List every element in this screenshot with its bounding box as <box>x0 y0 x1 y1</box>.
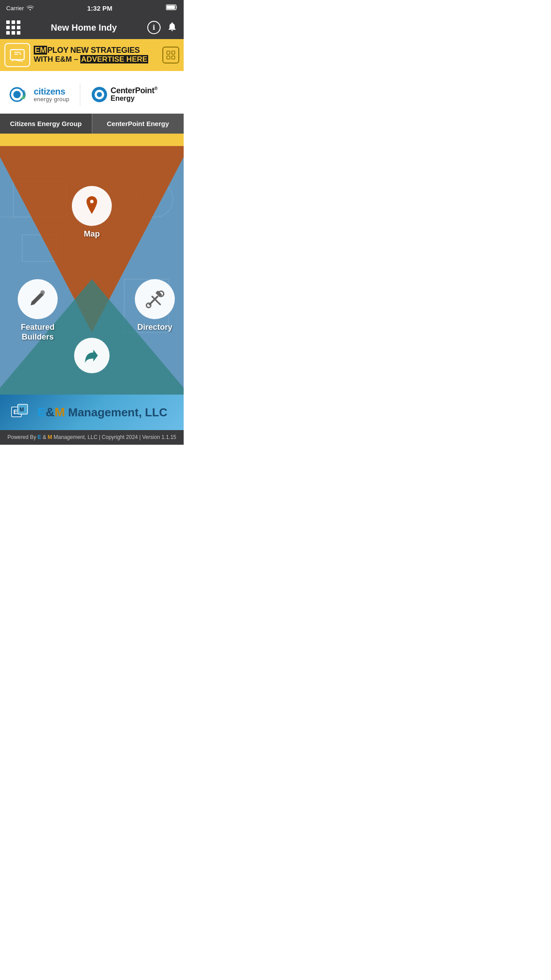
powered-by-label: Powered By <box>8 434 36 440</box>
em-management-text: E&M Management, LLC <box>37 405 167 419</box>
status-bar: Carrier 1:32 PM <box>0 0 184 16</box>
builders-icon-circle <box>18 279 58 319</box>
status-right <box>166 4 177 12</box>
refer-icon-circle <box>74 338 110 373</box>
grid-menu-icon[interactable] <box>6 20 20 35</box>
app-title: New Home Indy <box>51 23 117 33</box>
ad-main-line: EMPLOY NEW STRATEGIES <box>34 46 159 55</box>
centerpoint-text: CenterPoint® Energy <box>110 87 157 103</box>
status-left: Carrier <box>6 5 34 12</box>
centerpoint-energy-logo[interactable]: CenterPoint® Energy <box>91 86 157 103</box>
map-icon-circle <box>72 186 112 226</box>
directory-label: Directory <box>137 323 172 332</box>
footer: Powered By E & M Management, LLC | Copyr… <box>0 430 184 445</box>
refer-button[interactable] <box>74 338 110 377</box>
svg-rect-6 <box>167 51 170 54</box>
svg-point-11 <box>13 91 21 99</box>
ad-icon <box>4 43 30 67</box>
ad-text: EMPLOY NEW STRATEGIES WITH E&M – ADVERTI… <box>34 46 159 64</box>
feature-area: Map Featured Builders Dir <box>0 146 184 395</box>
carrier-label: Carrier <box>6 5 24 12</box>
info-icon: ℹ <box>153 24 155 32</box>
ad-right-icon[interactable] <box>162 47 179 63</box>
nav-right-actions: ℹ <box>147 21 177 34</box>
footer-amp: & <box>43 434 47 440</box>
yellow-strip <box>0 134 184 146</box>
tab-centerpoint-energy[interactable]: CenterPoint Energy <box>92 114 184 134</box>
svg-rect-8 <box>167 56 170 59</box>
status-time: 1:32 PM <box>87 4 113 12</box>
tab-citizens-energy[interactable]: Citizens Energy Group <box>0 114 92 134</box>
svg-rect-7 <box>172 51 175 54</box>
info-button[interactable]: ℹ <box>147 21 161 34</box>
map-label: Map <box>84 229 100 239</box>
footer-e: E <box>38 434 41 440</box>
tab-bar: Citizens Energy Group CenterPoint Energy <box>0 114 184 134</box>
featured-builders-button[interactable]: Featured Builders <box>9 279 67 342</box>
em-management-banner[interactable]: E M E&M Management, LLC <box>0 395 184 430</box>
version-label: | Version 1.1.15 <box>139 434 176 440</box>
logo-divider <box>80 83 80 106</box>
directory-icon-circle <box>135 279 175 319</box>
directory-button[interactable]: Directory <box>135 279 175 332</box>
map-button[interactable]: Map <box>72 186 112 239</box>
ad-sub-line: WITH E&M – ADVERTISE HERE <box>34 55 159 64</box>
svg-point-14 <box>97 92 102 97</box>
svg-point-5 <box>20 53 21 55</box>
wifi-icon <box>27 5 34 12</box>
em-logo-icon: E M <box>7 400 32 425</box>
notification-bell-icon[interactable] <box>167 21 177 34</box>
footer-m: M <box>47 434 52 440</box>
nav-bar: New Home Indy ℹ <box>0 16 184 39</box>
svg-rect-1 <box>167 6 175 9</box>
citizens-energy-logo[interactable]: citizens energy group <box>9 83 69 106</box>
builders-label: Featured Builders <box>9 323 67 342</box>
svg-text:E: E <box>13 408 17 415</box>
svg-rect-4 <box>14 54 18 55</box>
ad-banner[interactable]: EMPLOY NEW STRATEGIES WITH E&M – ADVERTI… <box>0 39 184 71</box>
battery-icon <box>166 4 177 12</box>
copyright-label: Copyright 2024 <box>102 434 138 440</box>
logo-area: citizens energy group CenterPoint® Energ… <box>0 71 184 114</box>
svg-point-26 <box>146 303 151 308</box>
svg-text:M: M <box>20 407 24 413</box>
svg-rect-9 <box>172 56 175 59</box>
footer-management: Management, LLC | <box>54 434 102 440</box>
citizens-text: citizens energy group <box>34 87 69 103</box>
svg-rect-3 <box>14 52 20 53</box>
